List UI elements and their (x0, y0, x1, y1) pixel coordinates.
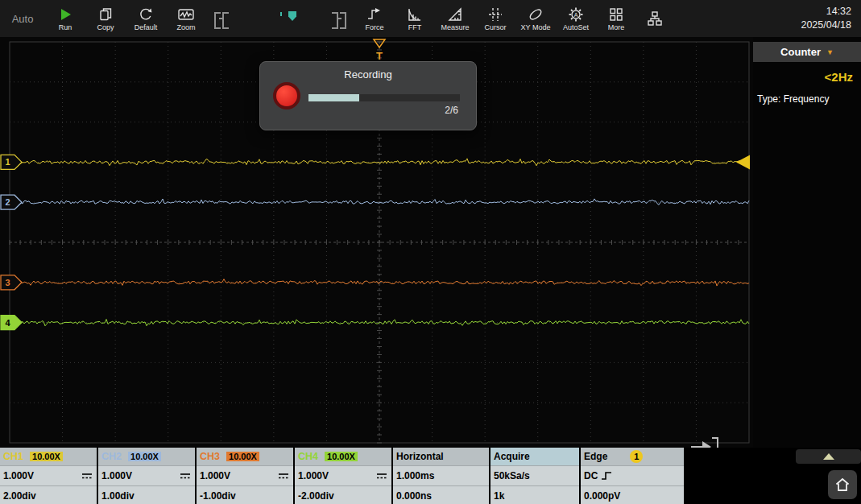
ch1-label: CH1 (3, 451, 23, 462)
ch2-position: 1.00div (101, 490, 135, 502)
trigger-level-marker[interactable] (736, 155, 750, 169)
zoom-button[interactable]: Zoom (166, 0, 206, 37)
record-bracket-inner-right (332, 12, 338, 29)
trigger-coupling-value: DC (584, 470, 598, 481)
recording-dialog: Recording 2/6 (259, 61, 477, 130)
up-arrow-icon (823, 453, 834, 460)
ch1-position-marker[interactable] (1, 155, 22, 169)
trigger-position-slider-marker[interactable] (288, 11, 296, 21)
time-display: 14:32 (826, 5, 851, 19)
trigger-source-badge: 1 (630, 450, 643, 463)
ch2-label: CH2 (101, 451, 122, 462)
cursor-crosshair-icon (487, 6, 503, 23)
copy-button[interactable]: Copy (85, 0, 126, 37)
fft-button[interactable]: FFT (395, 0, 435, 37)
status-bar: CH1 10.00X 1.000V 2.00div CH2 10.00X 1.0… (0, 448, 861, 504)
horizontal-position-slider[interactable] (213, 0, 348, 37)
counter-panel-header[interactable]: Counter ▼ (753, 42, 861, 62)
recording-progress-fill (308, 94, 359, 101)
ch4-trace[interactable]: 4 (1, 316, 749, 330)
home-button[interactable] (828, 470, 857, 499)
zoom-waveform-icon (177, 6, 195, 23)
force-button[interactable]: Force (354, 0, 395, 37)
gear-icon: A (568, 6, 584, 23)
counter-title: Counter (780, 46, 821, 58)
ch4-scale: 1.000V (298, 470, 329, 481)
svg-text:4: 4 (5, 318, 10, 328)
oscilloscope-app: Auto Run Copy Default Zoom (0, 0, 861, 504)
statusbar-collapse-button[interactable] (796, 449, 861, 464)
acquire-status-block[interactable]: Acquire 50kSa/s 1k (491, 448, 579, 504)
slider-center-tick (280, 12, 282, 16)
more-label: More (608, 23, 625, 31)
dc-coupling-icon (375, 472, 388, 480)
ch3-label: CH3 (200, 451, 220, 462)
ch3-position-marker[interactable] (1, 275, 22, 290)
dc-coupling-icon (179, 472, 192, 480)
zoom-label: Zoom (176, 23, 195, 31)
autoset-label: AutoSet (563, 23, 589, 31)
ch2-trace[interactable]: 2 (1, 195, 749, 209)
grid-squares-icon (608, 6, 624, 23)
horizontal-label: Horizontal (396, 451, 444, 462)
ch1-attenuation-badge: 10.00X (30, 452, 63, 461)
ch3-trace[interactable]: 3 (1, 275, 749, 290)
counter-panel: Counter ▼ <2Hz Type: Frequency (753, 37, 861, 448)
rising-edge-icon (601, 471, 612, 481)
trigger-mode-status[interactable]: Auto (0, 0, 45, 37)
ch4-label: CH4 (298, 451, 318, 462)
ch1-trace[interactable]: 1 (1, 155, 749, 169)
default-button[interactable]: Default (126, 0, 166, 37)
force-trigger-icon (366, 6, 383, 23)
measure-ruler-icon (447, 6, 463, 23)
autoset-button[interactable]: A AutoSet (556, 0, 596, 37)
svg-text:1: 1 (5, 157, 10, 167)
waveform-display[interactable]: 1234T Recording 2/6 (0, 37, 753, 448)
timebase-value: 1.000ms (396, 470, 434, 481)
top-toolbar: Auto Run Copy Default Zoom (0, 0, 861, 37)
counter-value: <2Hz (753, 62, 861, 84)
sample-rate-value: 50kSa/s (494, 470, 530, 481)
ch3-position: -1.00div (200, 490, 236, 502)
ch2-attenuation-badge: 10.00X (128, 452, 161, 461)
cursor-button[interactable]: Cursor (475, 0, 515, 37)
xy-mode-button[interactable]: XY Mode (515, 0, 556, 37)
default-label: Default (135, 23, 158, 31)
record-stop-button[interactable] (273, 82, 300, 109)
memory-depth-value: 1k (494, 490, 504, 502)
ch2-position-marker[interactable] (1, 195, 22, 209)
ch4-attenuation-badge: 10.00X (325, 452, 358, 461)
network-button[interactable] (636, 0, 673, 37)
recording-title: Recording (260, 68, 476, 81)
ch4-position-marker[interactable] (1, 316, 22, 330)
measure-button[interactable]: Measure (435, 0, 475, 37)
svg-text:T: T (376, 50, 383, 62)
cursor-label: Cursor (484, 23, 506, 31)
ch1-position: 2.00div (3, 490, 36, 502)
ch4-status-block[interactable]: CH4 10.00X 1.000V -2.00div (295, 448, 391, 504)
trigger-type-label: Edge (584, 451, 607, 462)
horizontal-status-block[interactable]: Horizontal 1.000ms 0.000ns (393, 448, 489, 504)
network-lan-icon (647, 10, 663, 27)
record-bracket-inner-left (222, 12, 229, 29)
chevron-down-icon: ▼ (826, 48, 834, 56)
date-display: 2025/04/18 (801, 19, 851, 32)
dc-coupling-icon (81, 472, 93, 480)
home-icon (834, 476, 851, 494)
ch4-position: -2.00div (298, 490, 334, 502)
fft-spectrum-icon (407, 6, 423, 23)
ch3-status-block[interactable]: CH3 10.00X 1.000V -1.00div (197, 448, 293, 504)
play-icon (57, 6, 73, 23)
svg-text:3: 3 (5, 278, 10, 287)
trigger-level-value: 0.000pV (584, 490, 620, 502)
ch1-status-block[interactable]: CH1 10.00X 1.000V 2.00div (0, 448, 97, 504)
xy-mode-label: XY Mode (521, 23, 551, 31)
horizontal-delay-value: 0.000ns (396, 490, 432, 502)
ch3-attenuation-badge: 10.00X (226, 452, 259, 461)
more-button[interactable]: More (596, 0, 636, 37)
record-bracket-outer-right (340, 12, 346, 29)
trigger-status-block[interactable]: Edge 1 DC 0.000pV (581, 448, 684, 504)
recording-progress-text: 2/6 (445, 105, 458, 116)
run-button[interactable]: Run (45, 0, 85, 37)
ch2-status-block[interactable]: CH2 10.00X 1.000V 1.00div (98, 448, 195, 504)
